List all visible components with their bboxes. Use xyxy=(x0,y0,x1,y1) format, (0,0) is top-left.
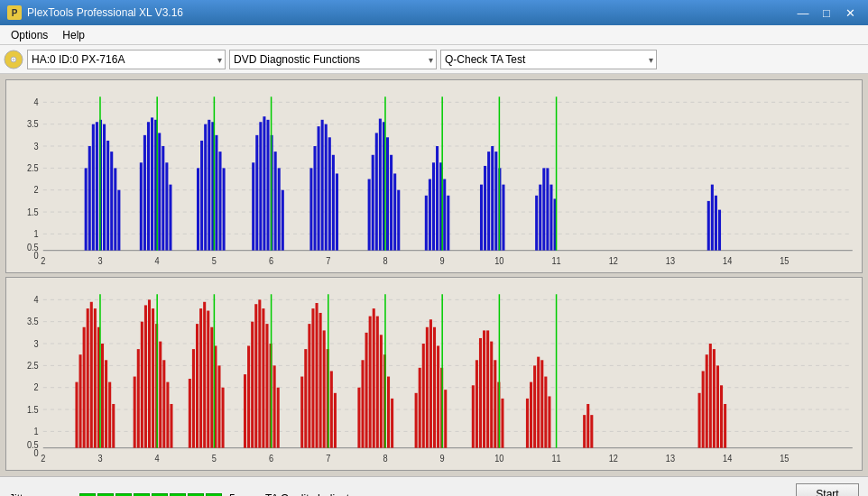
svg-text:0: 0 xyxy=(34,448,39,459)
svg-rect-62 xyxy=(252,162,254,250)
svg-rect-105 xyxy=(546,168,549,250)
svg-text:9: 9 xyxy=(440,454,445,464)
svg-rect-75 xyxy=(325,124,328,251)
charts-area: 4 3.5 3 2.5 2 1.5 1 0.5 0 2 3 4 5 6 7 8 … xyxy=(0,74,868,476)
jitter-value: 5 xyxy=(229,492,247,497)
test-selector[interactable]: Q-Check TA Test xyxy=(440,50,657,69)
svg-rect-232 xyxy=(526,399,529,448)
drive-selector-wrapper[interactable]: HA:0 ID:0 PX-716A xyxy=(27,50,226,69)
jitter-seg-4 xyxy=(134,493,150,497)
svg-rect-193 xyxy=(277,388,280,448)
svg-rect-159 xyxy=(101,344,104,448)
svg-rect-66 xyxy=(266,120,269,251)
svg-rect-216 xyxy=(422,344,425,448)
svg-rect-87 xyxy=(397,190,400,251)
svg-rect-225 xyxy=(479,338,482,448)
svg-rect-73 xyxy=(318,126,320,251)
svg-rect-71 xyxy=(309,168,312,250)
svg-rect-242 xyxy=(698,393,701,448)
drive-icon xyxy=(4,50,23,69)
jitter-label: Jitter: xyxy=(9,492,72,497)
jitter-seg-5 xyxy=(152,493,168,497)
bottom-panel: Jitter: 5 Peak Shift: xyxy=(0,476,868,496)
svg-rect-176 xyxy=(196,324,199,448)
function-selector-wrapper[interactable]: DVD Diagnostic Functions xyxy=(229,50,437,69)
svg-rect-235 xyxy=(537,357,540,448)
svg-rect-69 xyxy=(278,168,281,250)
svg-rect-214 xyxy=(415,393,418,448)
svg-rect-59 xyxy=(215,135,217,251)
svg-rect-101 xyxy=(502,185,504,251)
menu-options[interactable]: Options xyxy=(4,27,55,43)
svg-rect-187 xyxy=(254,304,257,447)
svg-text:3: 3 xyxy=(34,141,39,152)
svg-text:15: 15 xyxy=(780,454,790,464)
svg-rect-102 xyxy=(535,196,538,251)
start-button[interactable]: Start xyxy=(796,483,859,497)
svg-rect-245 xyxy=(709,344,712,448)
svg-rect-46 xyxy=(143,135,146,251)
svg-text:9: 9 xyxy=(440,256,445,267)
svg-rect-203 xyxy=(334,393,337,448)
function-selector[interactable]: DVD Diagnostic Functions xyxy=(229,50,437,69)
menu-bar: Options Help xyxy=(0,25,868,45)
drive-selector[interactable]: HA:0 ID:0 PX-716A xyxy=(27,50,226,69)
svg-rect-78 xyxy=(336,173,338,250)
svg-text:8: 8 xyxy=(383,454,387,464)
svg-rect-56 xyxy=(204,124,207,251)
svg-rect-64 xyxy=(259,122,262,250)
svg-rect-155 xyxy=(87,308,89,448)
svg-rect-99 xyxy=(494,152,497,251)
svg-rect-188 xyxy=(258,299,261,447)
svg-rect-43 xyxy=(114,168,116,250)
svg-rect-192 xyxy=(273,365,276,447)
svg-text:3: 3 xyxy=(97,454,102,464)
svg-rect-205 xyxy=(361,360,364,447)
svg-rect-77 xyxy=(332,155,335,251)
svg-rect-246 xyxy=(713,349,716,448)
maximize-button[interactable]: □ xyxy=(816,5,837,21)
svg-rect-244 xyxy=(706,354,708,447)
app-icon: P xyxy=(7,5,22,20)
svg-rect-197 xyxy=(311,308,314,448)
svg-rect-183 xyxy=(222,388,225,448)
svg-rect-54 xyxy=(197,168,199,250)
svg-rect-91 xyxy=(436,146,439,251)
svg-rect-108 xyxy=(707,201,710,251)
svg-text:4: 4 xyxy=(34,96,39,107)
svg-rect-104 xyxy=(542,168,545,250)
svg-rect-239 xyxy=(583,415,586,448)
svg-rect-109 xyxy=(711,185,714,251)
svg-text:6: 6 xyxy=(269,256,273,267)
svg-rect-231 xyxy=(501,399,503,448)
svg-rect-178 xyxy=(203,302,206,448)
minimize-button[interactable]: — xyxy=(792,5,814,21)
svg-rect-179 xyxy=(207,311,209,448)
svg-rect-208 xyxy=(373,308,375,448)
svg-rect-190 xyxy=(265,324,268,448)
svg-rect-153 xyxy=(79,354,82,447)
svg-rect-74 xyxy=(321,120,324,251)
svg-rect-154 xyxy=(83,327,86,448)
svg-rect-152 xyxy=(75,382,78,448)
jitter-seg-3 xyxy=(115,493,132,497)
svg-rect-48 xyxy=(151,117,153,250)
svg-rect-249 xyxy=(724,404,726,448)
test-selector-wrapper[interactable]: Q-Check TA Test xyxy=(440,50,657,69)
svg-text:14: 14 xyxy=(723,256,733,267)
svg-rect-228 xyxy=(490,342,493,448)
svg-rect-217 xyxy=(426,327,429,448)
svg-rect-213 xyxy=(391,399,393,448)
close-button[interactable]: ✕ xyxy=(839,5,861,21)
svg-rect-88 xyxy=(425,196,428,251)
svg-rect-96 xyxy=(484,166,486,251)
svg-rect-248 xyxy=(720,385,723,447)
svg-rect-42 xyxy=(110,152,113,251)
menu-help[interactable]: Help xyxy=(55,27,92,43)
svg-rect-202 xyxy=(330,371,333,447)
svg-text:14: 14 xyxy=(723,454,733,464)
svg-rect-215 xyxy=(419,368,421,448)
svg-rect-111 xyxy=(718,210,721,251)
svg-rect-199 xyxy=(319,313,322,448)
svg-rect-219 xyxy=(433,327,436,448)
